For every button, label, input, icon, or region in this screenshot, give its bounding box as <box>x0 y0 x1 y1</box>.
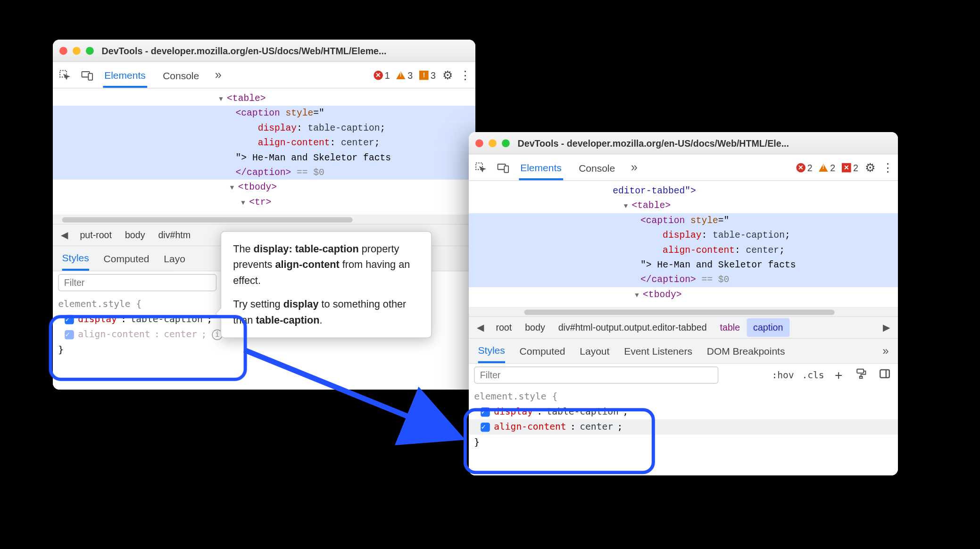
minimize-icon[interactable] <box>489 139 497 147</box>
rule-checkbox[interactable] <box>65 315 74 324</box>
zoom-icon[interactable] <box>86 47 94 55</box>
more-tabs-icon[interactable]: » <box>631 160 638 174</box>
selector-header: element.style { <box>474 389 893 404</box>
warning-count: 3 <box>407 70 413 80</box>
breadcrumb[interactable]: ◀ root body div#html-output.output.edito… <box>469 316 898 339</box>
css-rule[interactable]: display: table-caption; <box>474 404 893 419</box>
breadcrumb-item[interactable]: put-root <box>73 226 118 244</box>
breadcrumb-item[interactable]: div#htm <box>151 226 197 244</box>
styles-filter-input[interactable] <box>474 366 718 383</box>
device-toggle-icon[interactable] <box>497 161 510 174</box>
window-title: DevTools - developer.mozilla.org/en-US/d… <box>518 138 891 148</box>
styles-filter-row: :hov .cls + <box>469 364 898 387</box>
svg-rect-2 <box>88 73 92 80</box>
breadcrumb-item[interactable]: body <box>518 318 552 337</box>
styles-pane[interactable]: element.style { display: table-caption; … <box>469 386 898 475</box>
issues-count: 2 <box>853 162 858 173</box>
breadcrumb-item-selected[interactable]: caption <box>747 318 789 337</box>
breadcrumb-item[interactable]: div#html-output.output.editor-tabbed <box>552 318 714 337</box>
breadcrumb-item[interactable]: body <box>118 226 152 244</box>
devtools-window-right: DevTools - developer.mozilla.org/en-US/d… <box>469 132 898 475</box>
css-value[interactable]: center <box>164 327 197 342</box>
issues-badge[interactable]: !3 <box>419 70 436 80</box>
tab-console[interactable]: Console <box>577 156 616 179</box>
main-toolbar: Elements Console » ✕1 3 !3 ⚙ ⋮ <box>53 62 475 89</box>
traffic-lights[interactable] <box>59 47 94 55</box>
tab-elements[interactable]: Elements <box>519 155 563 180</box>
svg-rect-6 <box>857 369 864 373</box>
error-count: 1 <box>385 70 390 80</box>
svg-rect-5 <box>504 166 508 172</box>
issues-badge[interactable]: ✕2 <box>842 162 858 173</box>
css-property[interactable]: display <box>78 312 117 327</box>
breadcrumb-left-icon[interactable]: ◀ <box>56 230 74 240</box>
new-rule-icon[interactable]: + <box>832 366 845 384</box>
warning-count: 2 <box>830 162 835 173</box>
hov-toggle[interactable]: :hov <box>772 370 794 380</box>
rule-close: } <box>58 342 470 358</box>
more-subtabs-icon[interactable]: » <box>882 344 889 358</box>
window-titlebar[interactable]: DevTools - developer.mozilla.org/en-US/d… <box>469 132 898 155</box>
paint-icon[interactable] <box>853 367 869 383</box>
minimize-icon[interactable] <box>73 47 81 55</box>
main-toolbar: Elements Console » ✕2 2 ✕2 ⚙ ⋮ <box>469 155 898 181</box>
menu-icon[interactable]: ⋮ <box>882 160 892 175</box>
css-property[interactable]: display <box>494 404 533 419</box>
css-value[interactable]: table-caption <box>546 404 618 419</box>
panel-toggle-icon[interactable] <box>877 367 893 383</box>
settings-icon[interactable]: ⚙ <box>442 68 453 83</box>
more-tabs-icon[interactable]: » <box>215 68 222 82</box>
rule-close: } <box>474 435 893 450</box>
window-titlebar[interactable]: DevTools - developer.mozilla.org/en-US/d… <box>53 40 475 62</box>
menu-icon[interactable]: ⋮ <box>459 68 470 83</box>
svg-rect-7 <box>860 376 863 378</box>
rule-checkbox[interactable] <box>481 423 490 432</box>
rule-checkbox[interactable] <box>65 330 74 340</box>
tab-elements[interactable]: Elements <box>103 62 147 87</box>
horizontal-scrollbar[interactable] <box>469 307 898 316</box>
error-count: 2 <box>807 162 813 173</box>
warnings-badge[interactable]: 2 <box>819 162 836 173</box>
subtab-layout[interactable]: Layout <box>580 340 609 362</box>
traffic-lights[interactable] <box>475 139 510 147</box>
dom-tree[interactable]: <table> <caption style=" display: table-… <box>53 89 475 215</box>
breadcrumb-item[interactable]: root <box>489 318 518 337</box>
breadcrumb-left-icon[interactable]: ◀ <box>472 322 490 333</box>
subtab-styles[interactable]: Styles <box>478 339 505 363</box>
css-property[interactable]: align-content <box>78 327 150 342</box>
subtab-layout[interactable]: Layo <box>164 248 185 269</box>
svg-rect-8 <box>880 370 889 378</box>
css-rule[interactable]: align-content: center; <box>469 419 898 434</box>
device-toggle-icon[interactable] <box>81 68 94 82</box>
subtab-computed[interactable]: Computed <box>520 340 565 362</box>
css-hint-tooltip: The display: table-caption property prev… <box>221 231 432 338</box>
window-title: DevTools - developer.mozilla.org/en-US/d… <box>102 45 469 56</box>
styles-subtabs: Styles Computed Layout Event Listeners D… <box>469 339 898 364</box>
inspect-icon[interactable] <box>58 68 71 82</box>
breadcrumb-item[interactable]: table <box>714 318 747 337</box>
warnings-badge[interactable]: 3 <box>397 70 413 80</box>
breadcrumb-right-icon[interactable]: ▶ <box>878 322 896 333</box>
subtab-event-listeners[interactable]: Event Listeners <box>624 340 692 362</box>
errors-badge[interactable]: ✕1 <box>374 70 390 80</box>
dom-tree[interactable]: editor-tabbed"> <table> <caption style="… <box>469 181 898 308</box>
zoom-icon[interactable] <box>502 139 510 147</box>
cls-toggle[interactable]: .cls <box>802 370 824 380</box>
rule-checkbox[interactable] <box>481 407 490 416</box>
issues-count: 3 <box>431 70 436 80</box>
horizontal-scrollbar[interactable] <box>53 215 475 224</box>
css-value[interactable]: center <box>580 419 613 434</box>
css-property[interactable]: align-content <box>494 419 566 434</box>
subtab-styles[interactable]: Styles <box>62 247 89 270</box>
settings-icon[interactable]: ⚙ <box>865 160 875 175</box>
styles-filter-input[interactable] <box>58 274 216 291</box>
inspect-icon[interactable] <box>474 161 487 174</box>
errors-badge[interactable]: ✕2 <box>796 162 813 173</box>
css-value[interactable]: table-caption <box>130 312 202 327</box>
tab-console[interactable]: Console <box>161 63 200 86</box>
subtab-dom-breakpoints[interactable]: DOM Breakpoints <box>707 340 785 362</box>
close-icon[interactable] <box>59 47 67 55</box>
close-icon[interactable] <box>475 139 483 147</box>
subtab-computed[interactable]: Computed <box>104 248 149 269</box>
